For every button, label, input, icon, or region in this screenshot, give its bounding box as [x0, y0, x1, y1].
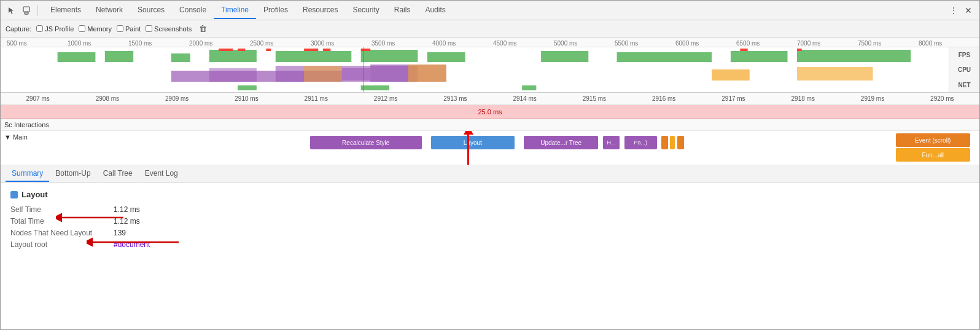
- screenshots-checkbox[interactable]: [146, 25, 152, 32]
- yellow-block-1[interactable]: [670, 136, 675, 149]
- layout-root-value[interactable]: #document: [114, 240, 150, 249]
- more-icon[interactable]: ⋮: [947, 4, 960, 17]
- memory-checkbox-label[interactable]: Memory: [79, 25, 112, 33]
- devtools-window: Elements Network Sources Console Timelin…: [0, 0, 980, 330]
- summary-panel: Layout Self Time 1.12 ms Total Time 1.12…: [1, 183, 979, 329]
- block-label: Fun...all: [922, 152, 944, 159]
- orange-block-1[interactable]: [661, 136, 668, 149]
- fun-all-block[interactable]: Fun...all: [896, 148, 970, 162]
- svg-rect-8: [361, 50, 418, 62]
- detail-ruler: 2907 ms 2908 ms 2909 ms 2910 ms 2911 ms …: [1, 93, 979, 105]
- screenshots-checkbox-label[interactable]: Screenshots: [146, 25, 192, 33]
- ruler-tick-8: 4500 ms: [493, 40, 554, 47]
- tab-audits[interactable]: Audits: [418, 2, 453, 19]
- event-scroll-block[interactable]: Event (scroll): [896, 133, 970, 147]
- ruler-tick-7: 4000 ms: [432, 40, 493, 47]
- cpu-chart: [1, 63, 949, 83]
- main-label: ▼ Main: [1, 131, 50, 143]
- right-labels: FPS CPU NET: [949, 47, 979, 93]
- detail-tick-2: 2909 ms: [142, 95, 212, 102]
- block-label: Event (scroll): [915, 137, 951, 144]
- memory-checkbox[interactable]: [79, 25, 85, 32]
- fps-chart: [1, 49, 949, 63]
- cpu-label: CPU: [949, 66, 979, 73]
- tab-resources[interactable]: Resources: [295, 2, 345, 19]
- detail-tick-6: 2913 ms: [421, 95, 490, 102]
- cursor-icon[interactable]: [6, 4, 18, 17]
- block-label: Recalculate Style: [342, 139, 389, 146]
- js-profile-label: JS Profile: [45, 25, 74, 33]
- tab-profiles[interactable]: Profiles: [256, 2, 295, 19]
- highlight-bar: 25.0 ms: [1, 105, 979, 119]
- orange-block-2[interactable]: [677, 136, 684, 149]
- self-time-label: Self Time: [10, 205, 109, 214]
- ruler-tick-3: 2000 ms: [189, 40, 250, 47]
- close-icon[interactable]: ✕: [962, 4, 974, 17]
- timeline-blocks[interactable]: Recalculate Style Layout Update...r Tree…: [50, 131, 979, 165]
- tab-summary[interactable]: Summary: [6, 166, 49, 182]
- svg-rect-25: [304, 66, 342, 82]
- svg-rect-0: [23, 7, 29, 12]
- interactions-row: Sc Interactions: [1, 119, 979, 131]
- tab-security[interactable]: Security: [345, 2, 386, 19]
- tab-elements[interactable]: Elements: [43, 2, 88, 19]
- detail-tick-11: 2918 ms: [768, 95, 838, 102]
- tab-event-log[interactable]: Event Log: [139, 166, 184, 182]
- layout-color-box: [10, 191, 18, 198]
- capture-bar: Capture: JS Profile Memory Paint Screens…: [1, 20, 979, 37]
- detail-tick-10: 2917 ms: [699, 95, 768, 102]
- layout-root-row: Layout root #document: [10, 240, 970, 249]
- self-time-row: Self Time 1.12 ms: [10, 205, 970, 214]
- ruler-tick-5: 3000 ms: [311, 40, 371, 47]
- toolbar-right: ⋮ ✕: [947, 4, 974, 17]
- tab-sources[interactable]: Sources: [130, 2, 172, 19]
- js-profile-checkbox-label[interactable]: JS Profile: [36, 25, 74, 33]
- svg-rect-30: [797, 67, 873, 81]
- ruler-tick-14: 7500 ms: [858, 40, 919, 47]
- ruler-tick-2: 1500 ms: [128, 40, 189, 47]
- block-label: Pa...): [634, 139, 647, 146]
- bottom-tabs: Summary Bottom-Up Call Tree Event Log: [1, 165, 979, 183]
- arrow-shaft: [467, 135, 469, 165]
- self-time-value: 1.12 ms: [114, 205, 140, 214]
- selection-line: [363, 47, 364, 93]
- pa-block[interactable]: Pa...): [624, 136, 657, 149]
- detail-tick-1: 2908 ms: [72, 95, 142, 102]
- tab-network[interactable]: Network: [88, 2, 130, 19]
- tab-bottom-up[interactable]: Bottom-Up: [49, 166, 96, 182]
- h-block[interactable]: H...: [603, 136, 620, 149]
- detail-tick-12: 2919 ms: [838, 95, 907, 102]
- detail-tick-5: 2912 ms: [351, 95, 420, 102]
- svg-rect-16: [266, 49, 271, 51]
- recalculate-style-block[interactable]: Recalculate Style: [310, 136, 422, 149]
- tab-timeline[interactable]: Timeline: [214, 2, 256, 19]
- svg-rect-20: [740, 49, 747, 51]
- detail-tick-13: 2920 ms: [908, 95, 977, 102]
- update-tree-block[interactable]: Update...r Tree: [524, 136, 598, 149]
- tab-call-tree[interactable]: Call Tree: [97, 166, 139, 182]
- svg-rect-31: [238, 85, 257, 90]
- nav-tabs: Elements Network Sources Console Timelin…: [43, 2, 453, 19]
- tab-console[interactable]: Console: [172, 2, 214, 19]
- js-profile-checkbox[interactable]: [36, 25, 43, 32]
- detail-tick-4: 2911 ms: [281, 95, 351, 102]
- ruler-tick-12: 6500 ms: [736, 40, 797, 47]
- paint-checkbox-label[interactable]: Paint: [117, 25, 141, 33]
- timeline-overview[interactable]: 500 ms 1000 ms 1500 ms 2000 ms 2500 ms 3…: [1, 37, 979, 93]
- svg-rect-33: [522, 85, 536, 90]
- block-label: Update...r Tree: [540, 139, 581, 146]
- fps-label: FPS: [949, 52, 979, 58]
- paint-checkbox[interactable]: [117, 25, 123, 32]
- layout-root-label: Layout root: [10, 240, 109, 249]
- detail-tick-9: 2916 ms: [629, 95, 699, 102]
- delete-icon[interactable]: 🗑: [196, 23, 209, 35]
- toolbar-divider: [37, 5, 38, 16]
- paint-label: Paint: [125, 25, 141, 33]
- net-chart: [1, 84, 949, 92]
- device-icon[interactable]: [20, 4, 33, 17]
- tab-rails[interactable]: Rails: [387, 2, 418, 19]
- capture-label: Capture:: [6, 25, 31, 33]
- interactions-label: Sc Interactions: [4, 121, 49, 128]
- ruler-tick-15: 8000 ms: [919, 40, 979, 47]
- svg-rect-32: [361, 85, 389, 90]
